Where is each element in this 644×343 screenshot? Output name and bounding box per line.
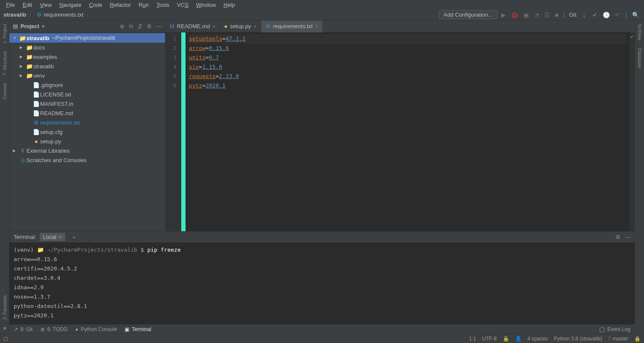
tool-structure[interactable]: 7: Structure [2, 49, 7, 77]
folder-icon: 📁 [26, 54, 33, 60]
tool-sciview[interactable]: SciView [637, 22, 642, 42]
breadcrumb-separator: 〉 [29, 11, 34, 19]
code-content[interactable]: setuptools≃47.1.1arrow≃0.15.6units≃0.7si… [186, 32, 629, 231]
tree-root[interactable]: ▼ 📁 stravalib ~/PycharmProjects/stravali… [9, 33, 165, 43]
menu-edit[interactable]: Edit [19, 1, 35, 9]
tree-file-license[interactable]: 📄LICENSE.txt [9, 90, 165, 99]
tree-external-libraries[interactable]: ▶⫴External Libraries [9, 146, 165, 155]
menu-file[interactable]: File [3, 1, 18, 9]
tool-commit[interactable]: Commit [2, 81, 7, 101]
file-icon: ⚙ [37, 12, 42, 18]
status-position[interactable]: 1:1 [469, 336, 476, 342]
right-gutter: SciView Database [635, 20, 644, 334]
locate-icon[interactable]: ⊕ [120, 23, 125, 29]
collapse-icon[interactable]: ⇵ [138, 23, 142, 29]
add-configuration-button[interactable]: Add Configuration... [439, 10, 497, 19]
git-history-icon[interactable]: 🕓 [601, 12, 611, 18]
status-indent[interactable]: 4 spaces [528, 336, 548, 342]
tool-favorites[interactable]: 2: Favorites [2, 294, 7, 321]
project-tree[interactable]: ▼ 📁 stravalib ~/PycharmProjects/stravali… [9, 32, 165, 231]
chevron-right-icon[interactable]: ▶ [13, 148, 19, 153]
profile-icon[interactable]: ◔ [533, 12, 540, 18]
tree-file-gitignore[interactable]: 📄.gitignore [9, 80, 165, 90]
chevron-down-icon[interactable]: ▼ [13, 36, 19, 40]
chevron-right-icon[interactable]: ▶ [20, 64, 26, 68]
chevron-right-icon[interactable]: ▶ [20, 55, 26, 59]
tree-folder-docs[interactable]: ▶📁docs [9, 43, 165, 52]
tool-database[interactable]: Database [637, 47, 642, 70]
close-icon[interactable]: × [59, 234, 62, 240]
tree-file-setuppy[interactable]: ●setup.py [9, 137, 165, 146]
tree-folder-venv[interactable]: ▶📁venv [9, 71, 165, 80]
project-tool-window: ▤ Project ▾ ⊕ ⇆ ⇵ ⚙ — ▼ 📁 [9, 20, 165, 231]
tree-folder-stravalib[interactable]: ▶📁stravalib [9, 61, 165, 71]
breadcrumb-file[interactable]: requirements.txt [44, 12, 83, 18]
terminal-tab-local[interactable]: Local× [40, 233, 66, 241]
project-title[interactable]: Project [20, 23, 39, 29]
debug-icon[interactable]: 🐞 [510, 12, 519, 18]
terminal-settings-icon[interactable]: ⚙ [615, 234, 621, 240]
inspections-icon[interactable]: 👤 [515, 336, 522, 342]
status-encoding[interactable]: UTF-8 [482, 336, 497, 342]
settings-icon[interactable]: ⚙ [147, 23, 152, 29]
tool-project[interactable]: 1: Project [2, 22, 7, 45]
git-rollback-icon[interactable]: ↶ [614, 12, 621, 18]
breadcrumb-root[interactable]: stravalib [3, 12, 26, 18]
terminal-hide-icon[interactable]: — [625, 234, 630, 240]
chevron-right-icon[interactable]: ▶ [20, 73, 26, 78]
tab-readme[interactable]: MREADME.md× [165, 20, 220, 32]
readonly-icon[interactable]: 🔓 [503, 336, 509, 342]
terminal-body[interactable]: (venv) 📁 ~/PycharmProjects/stravalib $ p… [9, 243, 635, 324]
tab-requirements[interactable]: ⚙requirements.txt× [261, 20, 323, 32]
menu-bar: File Edit View Navigate Code Refactor Ru… [0, 0, 644, 9]
code-area[interactable]: 123456 setuptools≃47.1.1arrow≃0.15.6unit… [165, 32, 635, 231]
tree-file-readme[interactable]: 📄README.md [9, 108, 165, 118]
attach-icon[interactable]: ☰ [543, 12, 551, 18]
tree-file-setupcfg[interactable]: 📄setup.cfg [9, 127, 165, 137]
breadcrumb[interactable]: stravalib 〉 ⚙ requirements.txt [3, 11, 84, 19]
chevron-right-icon[interactable]: ▶ [20, 45, 26, 49]
toolwin-todo[interactable]: ≣ 6: TODO [41, 326, 68, 332]
menu-run[interactable]: Run [135, 1, 152, 9]
menu-navigate[interactable]: Navigate [56, 1, 84, 9]
status-branch[interactable]: ᚶ master [608, 336, 628, 342]
folder-icon: 📁 [26, 44, 33, 51]
menu-window[interactable]: Window [193, 1, 219, 9]
menu-tools[interactable]: Tools [153, 1, 173, 9]
terminal-title: Terminal: [14, 234, 36, 240]
lock-icon[interactable]: 🔒 [634, 336, 641, 342]
tree-folder-examples[interactable]: ▶📁examples [9, 52, 165, 61]
close-icon[interactable]: × [254, 24, 256, 29]
menu-code[interactable]: Code [86, 1, 106, 9]
toolwin-git[interactable]: ↗ 9: Git [14, 326, 33, 332]
tab-setup[interactable]: ●setup.py× [220, 20, 261, 32]
dropdown-icon[interactable]: ▾ [42, 23, 45, 29]
git-commit-icon[interactable]: ✔ [591, 12, 599, 18]
navigation-bar: stravalib 〉 ⚙ requirements.txt Add Confi… [0, 9, 644, 20]
status-interpreter[interactable]: Python 3.8 (stravalib) [554, 336, 602, 342]
run-icon[interactable]: ▶ [500, 12, 507, 18]
toolwindows-icon[interactable]: ▢ [3, 336, 8, 342]
tree-file-manifest[interactable]: 📄MANIFEST.in [9, 99, 165, 108]
tree-scratches[interactable]: ◎Scratches and Consoles [9, 155, 165, 165]
toolwin-eventlog[interactable]: ◯ Event Log [599, 326, 630, 332]
tree-file-requirements[interactable]: ⚙requirements.txt [9, 118, 165, 127]
menu-refactor[interactable]: Refactor [107, 1, 134, 9]
toolwin-terminal[interactable]: ▣ Terminal [125, 326, 151, 332]
left-gutter: 1: Project 7: Structure Commit 2: Favori… [0, 20, 9, 334]
toolwin-pyconsole[interactable]: ● Python Console [75, 326, 117, 332]
close-icon[interactable]: × [315, 23, 318, 29]
menu-vcs[interactable]: VCS [174, 1, 192, 9]
coverage-icon[interactable]: ▣ [522, 12, 530, 18]
expand-icon[interactable]: ⇆ [129, 23, 133, 29]
new-terminal-button[interactable]: ＋ [69, 233, 79, 241]
menu-help[interactable]: Help [220, 1, 238, 9]
git-update-icon[interactable]: ⭭ [580, 12, 589, 18]
status-bar: ▢ 1:1 UTF-8 🔓 👤 4 spaces Python 3.8 (str… [0, 334, 644, 343]
search-icon[interactable]: 🔍 [631, 12, 641, 18]
hide-icon[interactable]: — [156, 23, 162, 29]
terminal-tabs: Terminal: Local× ＋ ⚙ — [9, 232, 635, 243]
menu-view[interactable]: View [36, 1, 55, 9]
close-icon[interactable]: × [212, 24, 215, 29]
stop-icon[interactable]: ■ [554, 12, 560, 18]
